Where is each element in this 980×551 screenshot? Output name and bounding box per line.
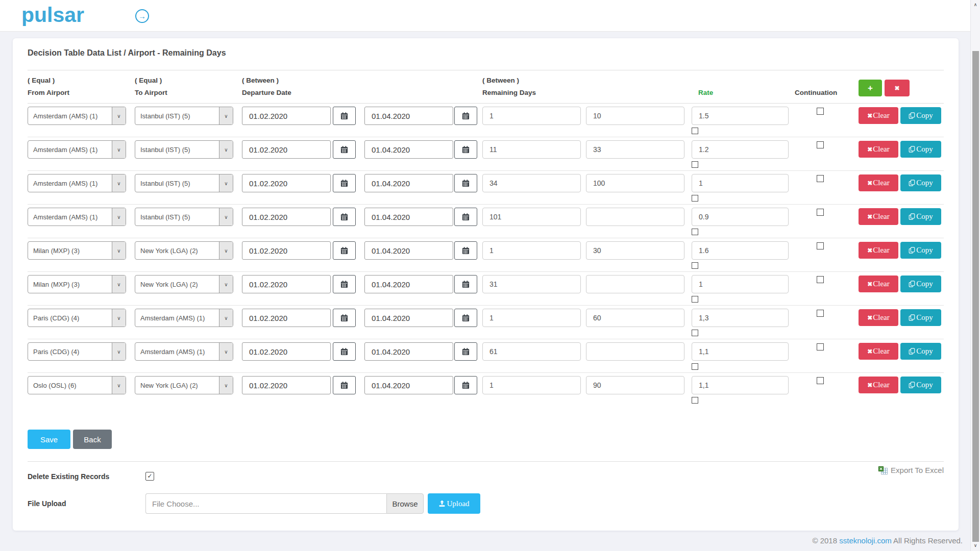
from-airport-select[interactable]: Amsterdam (AMS) (1) ∨ xyxy=(28,174,126,192)
from-airport-select[interactable]: Oslo (OSL) (6) ∨ xyxy=(28,376,126,394)
calendar-button-to[interactable] xyxy=(454,208,477,226)
continuation-checkbox[interactable] xyxy=(817,108,824,115)
remaining-days-to-input[interactable] xyxy=(586,208,684,226)
copy-row-button[interactable]: Copy xyxy=(900,309,941,326)
copy-row-button[interactable]: Copy xyxy=(900,174,941,191)
remaining-days-to-input[interactable] xyxy=(586,376,684,394)
departure-date-to-input[interactable] xyxy=(364,241,453,260)
rate-input[interactable] xyxy=(692,309,789,327)
clear-row-button[interactable]: ✖ Clear xyxy=(859,309,898,326)
rate-input[interactable] xyxy=(692,208,789,226)
calendar-button-from[interactable] xyxy=(333,342,356,361)
to-airport-select[interactable]: Istanbul (IST) (5) ∨ xyxy=(135,140,233,159)
departure-date-to-input[interactable] xyxy=(364,342,453,361)
add-row-button[interactable]: + xyxy=(859,80,882,96)
rate-input[interactable] xyxy=(692,140,789,159)
calendar-button-to[interactable] xyxy=(454,241,477,260)
clear-row-button[interactable]: ✖ Clear xyxy=(859,208,898,225)
continuation-checkbox[interactable] xyxy=(817,276,824,283)
export-to-excel-link[interactable]: Export To Excel xyxy=(878,466,944,474)
remaining-days-from-input[interactable] xyxy=(482,107,581,125)
save-button[interactable]: Save xyxy=(28,430,70,449)
calendar-button-to[interactable] xyxy=(454,309,477,327)
calendar-button-to[interactable] xyxy=(454,174,477,192)
delete-existing-checkbox[interactable]: ✓ xyxy=(145,472,154,481)
departure-date-from-input[interactable] xyxy=(242,208,331,226)
rate-checkbox[interactable] xyxy=(692,397,698,404)
to-airport-select[interactable]: Amsterdam (AMS) (1) ∨ xyxy=(135,342,233,361)
calendar-button-from[interactable] xyxy=(333,376,356,394)
remaining-days-to-input[interactable] xyxy=(586,140,684,159)
rate-input[interactable] xyxy=(692,376,789,394)
departure-date-from-input[interactable] xyxy=(242,107,331,125)
rate-checkbox[interactable] xyxy=(692,262,698,269)
from-airport-select[interactable]: Amsterdam (AMS) (1) ∨ xyxy=(28,208,126,226)
rate-checkbox[interactable] xyxy=(692,161,698,168)
clear-row-button[interactable]: ✖ Clear xyxy=(859,141,898,158)
rate-input[interactable] xyxy=(692,107,789,125)
departure-date-to-input[interactable] xyxy=(364,174,453,192)
continuation-checkbox[interactable] xyxy=(817,310,824,317)
rate-input[interactable] xyxy=(692,342,789,361)
copy-row-button[interactable]: Copy xyxy=(900,343,941,360)
to-airport-select[interactable]: Istanbul (IST) (5) ∨ xyxy=(135,107,233,125)
clear-row-button[interactable]: ✖ Clear xyxy=(859,174,898,191)
rate-checkbox[interactable] xyxy=(692,195,698,202)
departure-date-from-input[interactable] xyxy=(242,140,331,159)
calendar-button-to[interactable] xyxy=(454,107,477,125)
clear-row-button[interactable]: ✖ Clear xyxy=(859,276,898,292)
clear-row-button[interactable]: ✖ Clear xyxy=(859,242,898,259)
departure-date-from-input[interactable] xyxy=(242,376,331,394)
to-airport-select[interactable]: Istanbul (IST) (5) ∨ xyxy=(135,174,233,192)
scrollbar-thumb[interactable] xyxy=(972,51,979,542)
pulsar-logo[interactable]: pulsar xyxy=(21,3,84,27)
scroll-up-icon[interactable]: ∧ xyxy=(971,1,980,9)
scroll-down-icon[interactable]: ∨ xyxy=(971,542,980,550)
calendar-button-to[interactable] xyxy=(454,140,477,159)
remaining-days-from-input[interactable] xyxy=(482,342,581,361)
calendar-button-to[interactable] xyxy=(454,342,477,361)
departure-date-to-input[interactable] xyxy=(364,275,453,293)
clear-row-button[interactable]: ✖ Clear xyxy=(859,377,898,393)
to-airport-select[interactable]: New York (LGA) (2) ∨ xyxy=(135,241,233,260)
remaining-days-to-input[interactable] xyxy=(586,275,684,293)
browse-button[interactable]: Browse xyxy=(386,493,424,514)
from-airport-select[interactable]: Amsterdam (AMS) (1) ∨ xyxy=(28,107,126,125)
rate-checkbox[interactable] xyxy=(692,229,698,235)
departure-date-to-input[interactable] xyxy=(364,140,453,159)
from-airport-select[interactable]: Paris (CDG) (4) ∨ xyxy=(28,309,126,327)
rate-input[interactable] xyxy=(692,174,789,192)
remaining-days-to-input[interactable] xyxy=(586,174,684,192)
continuation-checkbox[interactable] xyxy=(817,377,824,384)
clear-row-button[interactable]: ✖ Clear xyxy=(859,107,898,124)
arrow-circle-icon[interactable]: → xyxy=(135,9,149,23)
remaining-days-from-input[interactable] xyxy=(482,241,581,260)
to-airport-select[interactable]: Amsterdam (AMS) (1) ∨ xyxy=(135,309,233,327)
remaining-days-to-input[interactable] xyxy=(586,309,684,327)
calendar-button-from[interactable] xyxy=(333,275,356,293)
departure-date-to-input[interactable] xyxy=(364,309,453,327)
rate-checkbox[interactable] xyxy=(692,330,698,336)
copy-row-button[interactable]: Copy xyxy=(900,107,941,124)
upload-button[interactable]: Upload xyxy=(428,493,480,514)
departure-date-from-input[interactable] xyxy=(242,342,331,361)
file-choose-input[interactable] xyxy=(145,493,386,514)
calendar-button-to[interactable] xyxy=(454,376,477,394)
from-airport-select[interactable]: Milan (MXP) (3) ∨ xyxy=(28,241,126,260)
remaining-days-to-input[interactable] xyxy=(586,342,684,361)
copy-row-button[interactable]: Copy xyxy=(900,208,941,225)
copy-row-button[interactable]: Copy xyxy=(900,242,941,259)
departure-date-from-input[interactable] xyxy=(242,241,331,260)
clear-row-button[interactable]: ✖ Clear xyxy=(859,343,898,360)
continuation-checkbox[interactable] xyxy=(817,209,824,216)
remaining-days-from-input[interactable] xyxy=(482,208,581,226)
departure-date-from-input[interactable] xyxy=(242,174,331,192)
copy-row-button[interactable]: Copy xyxy=(900,141,941,158)
ssteknoloji-link[interactable]: ssteknoloji.com xyxy=(839,536,892,545)
to-airport-select[interactable]: Istanbul (IST) (5) ∨ xyxy=(135,208,233,226)
remaining-days-to-input[interactable] xyxy=(586,107,684,125)
calendar-button-to[interactable] xyxy=(454,275,477,293)
remaining-days-from-input[interactable] xyxy=(482,140,581,159)
calendar-button-from[interactable] xyxy=(333,309,356,327)
remaining-days-from-input[interactable] xyxy=(482,174,581,192)
